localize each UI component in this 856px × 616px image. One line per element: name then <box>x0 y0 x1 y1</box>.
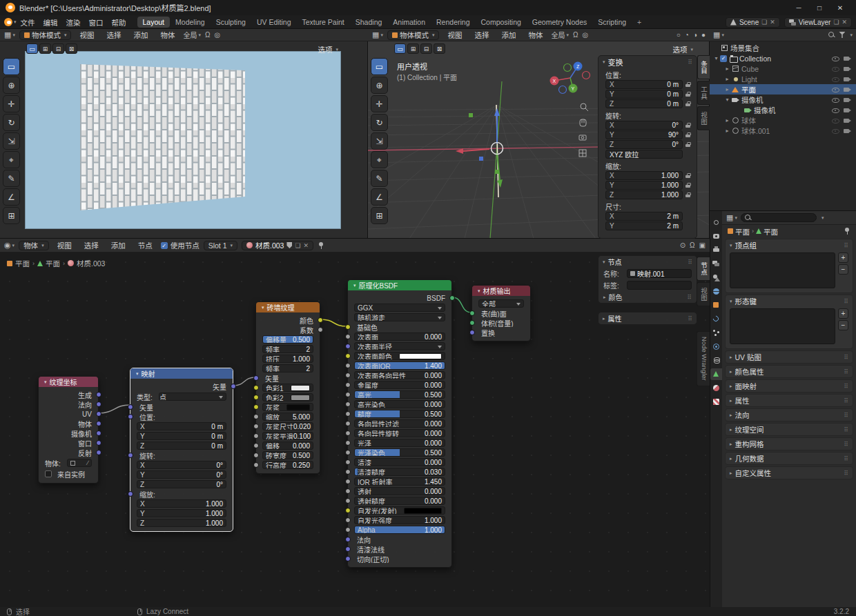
input-socket[interactable] <box>253 404 259 410</box>
input-socket[interactable] <box>345 392 351 397</box>
transform-row[interactable]: Z Z 0° <box>605 140 691 149</box>
shading-mode-button[interactable]: ○ <box>677 31 681 39</box>
node-param-row[interactable]: 次表面半径 <box>348 341 451 351</box>
zoom-icon[interactable] <box>581 103 588 111</box>
properties-panel[interactable]: ▸法向⠿ <box>725 408 853 421</box>
editor-type-button[interactable]: ◉▾ <box>4 241 14 250</box>
input-socket[interactable] <box>345 479 351 484</box>
node-output-row[interactable]: 系数 <box>256 325 320 335</box>
pin-icon[interactable] <box>318 241 324 250</box>
node-param-row[interactable]: 金属度 0.000 <box>348 380 451 390</box>
transform-row[interactable]: Y Y 1.000 <box>605 181 691 190</box>
outliner-row[interactable]: ✓ 场景集合 <box>710 43 856 53</box>
transform-row[interactable]: Z Z 1.000 <box>605 190 691 199</box>
workspace-tab[interactable]: Geometry Nodes <box>527 17 592 28</box>
node-param-row[interactable]: 次表面 0.000 <box>348 332 451 341</box>
disable-in-render-icon[interactable] <box>844 127 851 135</box>
node-param-row[interactable]: 自发光(发射) <box>348 506 451 515</box>
breadcrumb-object[interactable]: 平面 <box>735 226 750 237</box>
input-socket[interactable] <box>345 440 351 446</box>
menu-item[interactable]: 帮助 <box>108 17 130 28</box>
node-principled-bsdf[interactable]: ▾原理化BSDF BSDF GGX 随机游走 <box>347 279 452 568</box>
hide-in-viewport-icon[interactable] <box>832 65 839 72</box>
properties-tab[interactable] <box>710 217 722 228</box>
viewport-menu-item[interactable]: 物体 <box>156 30 179 40</box>
node-output-row[interactable]: 物体 <box>39 419 98 428</box>
node-param-row[interactable]: 高光 0.500 <box>348 390 451 399</box>
extra-options-icon[interactable]: ▣ <box>699 241 706 249</box>
node-header[interactable]: ▾纹理坐标 <box>39 377 98 387</box>
output-target-dropdown[interactable]: 全部 <box>472 299 530 308</box>
node-sidebar-tab[interactable]: 视图 <box>697 282 710 306</box>
tool-button[interactable]: ⇲ <box>3 132 20 150</box>
search-icon[interactable] <box>828 32 835 39</box>
node-param-row[interactable]: 灰浆平滑 0.100 <box>256 431 320 441</box>
expander-icon[interactable]: ▾ <box>712 55 720 61</box>
node-brick-texture[interactable]: ▾砖墙纹理 颜色 系数 <box>255 301 320 474</box>
transform-row[interactable]: XYZ 欧拉 XYZ 欧拉 <box>605 150 691 159</box>
node-param-row[interactable]: 色彩2 <box>256 393 320 402</box>
editor-type-button[interactable]: ▦▾ <box>372 30 383 39</box>
output-socket[interactable] <box>96 450 101 455</box>
input-socket[interactable] <box>469 310 475 316</box>
properties-panel[interactable]: ▸纹理空间⠿ <box>725 423 853 436</box>
grid-toggle-icon[interactable] <box>579 150 586 157</box>
delete-scene-icon[interactable]: ✕ <box>770 19 775 26</box>
input-socket[interactable] <box>345 430 351 436</box>
remove-vertex-group-button[interactable]: − <box>838 264 848 275</box>
node-param-row[interactable]: 法向 <box>348 535 451 544</box>
node-param-row[interactable]: Y 1.000 <box>130 508 233 518</box>
viewport-canvas-left[interactable]: ▭⊞⊟⊠ 选项▾ ▭⊕✛↻⇲⌖✎∠⊞ <box>0 41 368 239</box>
output-socket[interactable] <box>318 317 323 323</box>
node-param-row[interactable]: 频率 2 <box>256 344 320 354</box>
disable-in-render-icon[interactable] <box>844 65 851 72</box>
properties-tab[interactable] <box>710 382 722 394</box>
navigation-gizmo[interactable]: Z X Y <box>550 62 590 94</box>
shading-mode-button[interactable]: ● <box>701 31 706 39</box>
properties-panel[interactable]: ▸UV 贴图⠿ <box>725 350 853 364</box>
properties-tab[interactable] <box>710 396 722 408</box>
node-param-row[interactable]: Alpha 1.000 <box>348 525 451 535</box>
node-param-row[interactable]: 行高度 0.250 <box>256 460 320 470</box>
handle-blue[interactable] <box>479 157 483 161</box>
node-param-row[interactable]: 矢量 <box>256 373 320 383</box>
object-picker-field[interactable]: 物体: ∕ <box>39 457 98 468</box>
node-param-row[interactable]: IOR 折射率 1.450 <box>348 477 451 486</box>
node-name-field[interactable]: 名称: 映射.001 <box>599 268 697 279</box>
tool-button[interactable]: ✎ <box>3 170 20 187</box>
node-header[interactable]: ▾映射 <box>130 368 233 379</box>
node-param-row[interactable]: 矢量 <box>130 402 233 412</box>
unlink-material-icon[interactable]: ✕ <box>304 242 309 249</box>
node-header[interactable]: ▾材质输出 <box>472 286 530 296</box>
lock-icon[interactable] <box>685 132 691 138</box>
hide-in-viewport-icon[interactable] <box>832 86 839 93</box>
close-button[interactable]: ✕ <box>830 1 850 14</box>
input-socket[interactable] <box>253 462 259 468</box>
menu-item[interactable]: 渲染 <box>62 17 85 28</box>
hide-in-viewport-icon[interactable] <box>832 127 839 135</box>
properties-tab[interactable] <box>710 299 722 311</box>
node-param-row[interactable]: 清漆 0.000 <box>348 457 451 467</box>
node-param-row[interactable]: Y 0 m <box>130 431 233 441</box>
sidebar-tab[interactable]: 工具 <box>697 81 710 105</box>
input-socket[interactable] <box>253 453 259 458</box>
node-output-row[interactable]: BSDF <box>348 293 451 303</box>
camera-view-icon[interactable] <box>579 135 586 140</box>
workspace-tab[interactable]: Compositing <box>475 17 526 28</box>
tool-button[interactable]: ∠ <box>371 188 388 206</box>
panel-header[interactable]: ▾形态键⠿ <box>726 295 853 307</box>
node-param-row[interactable]: X 1.000 <box>130 499 233 508</box>
tool-button[interactable]: ✛ <box>371 95 388 112</box>
tool-button[interactable]: ⊞ <box>371 207 388 224</box>
transform-row[interactable]: X X 2 m <box>605 212 691 221</box>
node-param-row[interactable]: 灰浆尺寸 0.020 <box>256 421 320 431</box>
properties-tab[interactable] <box>710 244 722 256</box>
lock-icon[interactable] <box>685 101 691 107</box>
mode-dropdown[interactable]: 物体模式▾ <box>387 30 440 40</box>
input-socket[interactable] <box>345 556 351 562</box>
input-socket[interactable] <box>253 385 259 390</box>
disable-in-render-icon[interactable] <box>844 54 851 62</box>
fake-user-icon[interactable] <box>286 242 292 248</box>
properties-panel[interactable]: ▸属性⠿ <box>725 394 853 407</box>
node-param-row[interactable]: X 0° <box>130 460 233 470</box>
